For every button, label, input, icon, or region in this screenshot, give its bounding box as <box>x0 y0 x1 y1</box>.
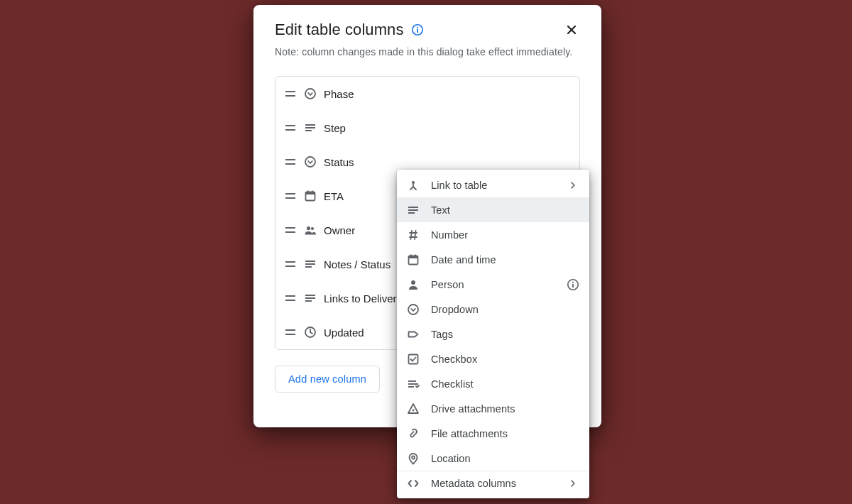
checkbox-icon <box>407 353 420 366</box>
menu-item-dropdown[interactable]: Dropdown <box>397 297 589 322</box>
menu-item-label: Date and time <box>431 254 579 265</box>
dropdown-icon <box>304 87 317 100</box>
menu-item-label: Link to table <box>431 180 555 191</box>
menu-item-label: Number <box>431 229 579 241</box>
menu-item-drive-attachments[interactable]: Drive attachments <box>397 396 589 421</box>
dialog-header: Edit table columns <box>275 21 580 39</box>
menu-item-person[interactable]: Person <box>397 272 589 297</box>
date-icon <box>407 253 420 266</box>
column-type-menu: Link to table Text Number Date and time … <box>397 170 589 498</box>
menu-item-checkbox[interactable]: Checkbox <box>397 346 589 371</box>
chevron-right-icon <box>567 477 579 490</box>
menu-item-label: File attachments <box>431 428 579 439</box>
column-row[interactable]: Phase <box>275 77 579 111</box>
column-label: Step <box>324 122 346 134</box>
drag-handle-icon[interactable] <box>284 258 297 270</box>
text-icon <box>304 292 317 305</box>
chevron-right-icon <box>567 179 579 192</box>
menu-item-tags[interactable]: Tags <box>397 322 589 346</box>
menu-item-label: Location <box>431 453 579 464</box>
column-label: ETA <box>324 190 344 202</box>
file-icon <box>407 427 420 440</box>
checklist-icon <box>407 378 420 390</box>
menu-item-metadata-columns[interactable]: Metadata columns <box>397 471 589 495</box>
dialog-title: Edit table columns <box>275 21 404 39</box>
drag-handle-icon[interactable] <box>284 155 297 168</box>
dropdown-icon <box>304 155 317 168</box>
date-icon <box>304 190 317 202</box>
column-label: Updated <box>324 327 364 339</box>
add-new-column-button[interactable]: Add new column <box>275 366 380 393</box>
tag-icon <box>407 328 420 341</box>
menu-item-link-to-table[interactable]: Link to table <box>397 172 589 197</box>
drag-handle-icon[interactable] <box>284 87 297 100</box>
dropdown-icon <box>407 303 420 316</box>
menu-item-checklist[interactable]: Checklist <box>397 371 589 396</box>
clock-icon <box>304 326 317 339</box>
menu-item-label: Tags <box>431 329 579 340</box>
drive-icon <box>407 402 420 415</box>
menu-item-label: Dropdown <box>431 304 579 315</box>
info-icon[interactable] <box>567 278 579 291</box>
menu-item-label: Metadata columns <box>431 478 555 489</box>
person-icon <box>304 224 317 236</box>
text-icon <box>304 121 317 134</box>
drag-handle-icon[interactable] <box>284 121 297 134</box>
menu-item-label: Drive attachments <box>431 403 579 415</box>
menu-item-label: Checkbox <box>431 354 579 365</box>
column-label: Status <box>324 156 354 168</box>
dialog-title-wrap: Edit table columns <box>275 21 424 39</box>
menu-item-number[interactable]: Number <box>397 222 589 247</box>
drag-handle-icon[interactable] <box>284 326 297 339</box>
location-icon <box>407 452 420 465</box>
link-table-icon <box>407 179 420 192</box>
text-icon <box>407 204 420 217</box>
column-label: Owner <box>324 224 355 236</box>
column-row[interactable]: Step <box>275 111 579 145</box>
close-button[interactable] <box>563 21 580 38</box>
menu-item-label: Checklist <box>431 378 579 390</box>
column-label: Notes / Status <box>324 258 390 270</box>
menu-item-text[interactable]: Text <box>397 197 589 222</box>
column-label: Phase <box>324 88 354 100</box>
drag-handle-icon[interactable] <box>284 190 297 202</box>
drag-handle-icon[interactable] <box>284 292 297 305</box>
menu-item-label: Text <box>431 204 579 216</box>
code-icon <box>407 477 420 490</box>
menu-item-label: Person <box>431 279 555 290</box>
person-icon <box>407 278 420 291</box>
number-icon <box>407 229 420 241</box>
menu-item-file-attachments[interactable]: File attachments <box>397 421 589 446</box>
text-icon <box>304 258 317 270</box>
dialog-note: Note: column changes made in this dialog… <box>275 46 580 57</box>
info-icon[interactable] <box>411 23 424 36</box>
drag-handle-icon[interactable] <box>284 224 297 236</box>
menu-item-date-and-time[interactable]: Date and time <box>397 247 589 272</box>
menu-item-location[interactable]: Location <box>397 446 589 471</box>
